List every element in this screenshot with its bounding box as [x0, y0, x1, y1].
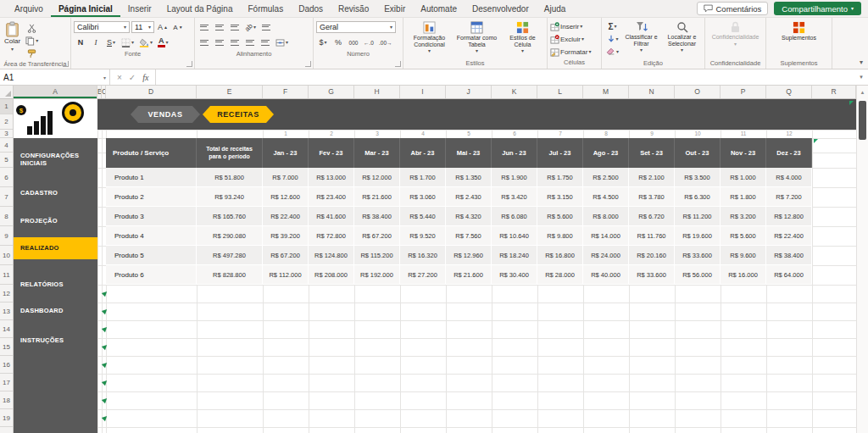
vertical-scrollbar[interactable]: ▲: [856, 86, 868, 433]
row-header-18[interactable]: 18: [0, 391, 13, 409]
month-value-cell[interactable]: R$ 9.800: [537, 226, 583, 245]
total-value-cell[interactable]: R$ 93.240: [197, 187, 263, 206]
product-name-cell[interactable]: Produto 2: [106, 187, 197, 206]
row-header-13[interactable]: 13: [0, 303, 13, 320]
month-index-11[interactable]: 11: [721, 130, 766, 138]
increase-decimal-button[interactable]: ←.0: [362, 36, 376, 48]
row-header-15[interactable]: 15: [0, 338, 13, 356]
month-value-cell[interactable]: R$ 28.000: [537, 265, 583, 284]
menu-tab-inserir[interactable]: Inserir: [120, 0, 159, 17]
month-value-cell[interactable]: R$ 5.600: [721, 226, 766, 245]
product-name-cell[interactable]: Produto 3: [106, 207, 197, 225]
enter-icon[interactable]: ✓: [129, 73, 136, 82]
menu-tab-ajuda[interactable]: Ajuda: [537, 0, 574, 17]
month-value-cell[interactable]: R$ 2.100: [629, 168, 675, 186]
month-value-cell[interactable]: R$ 16.800: [537, 246, 583, 264]
month-value-cell[interactable]: R$ 6.720: [629, 207, 675, 225]
font-dialog-launcher[interactable]: [186, 61, 192, 67]
align-top-button[interactable]: [198, 21, 211, 33]
menu-tab-arquivo[interactable]: Arquivo: [7, 0, 51, 17]
month-index-3[interactable]: 3: [354, 130, 400, 138]
month-column-header-nov-23[interactable]: Nov - 23: [721, 138, 766, 168]
conditional-formatting-button[interactable]: Formatação Condicional ▾: [406, 20, 453, 54]
decrease-decimal-button[interactable]: .00→: [377, 36, 394, 48]
month-value-cell[interactable]: R$ 3.500: [675, 168, 721, 186]
total-column-header[interactable]: Total de receitas para o período: [197, 138, 263, 168]
sidebar-item-projecao[interactable]: PROJEÇÃO: [14, 214, 97, 229]
column-header-f[interactable]: F: [263, 86, 309, 98]
paste-button[interactable]: Colar ▾: [3, 20, 22, 53]
decrease-indent-button[interactable]: [243, 36, 257, 48]
row-header-2[interactable]: 2: [0, 114, 13, 130]
month-value-cell[interactable]: R$ 40.000: [583, 265, 629, 284]
cell-styles-button[interactable]: Estilos de Célula ▾: [501, 20, 544, 54]
month-index-1[interactable]: 1: [263, 130, 309, 138]
tab-receitas[interactable]: RECEITAS: [203, 106, 274, 123]
sort-filter-button[interactable]: Classificar e Filtrar ▾: [622, 20, 660, 53]
column-header-q[interactable]: Q: [766, 86, 812, 98]
row-header-6[interactable]: 6: [0, 168, 13, 187]
column-header-k[interactable]: K: [492, 86, 537, 98]
format-painter-button[interactable]: [24, 47, 40, 59]
product-name-cell[interactable]: Produto 1: [106, 168, 197, 186]
delete-cells-button[interactable]: Excluir▾: [550, 33, 584, 45]
month-value-cell[interactable]: R$ 3.150: [537, 187, 583, 206]
month-value-cell[interactable]: R$ 14.000: [583, 226, 629, 245]
menu-tab-desenvolvedor[interactable]: Desenvolvedor: [465, 0, 537, 17]
align-left-button[interactable]: [198, 36, 211, 48]
menu-tab-formulas[interactable]: Fórmulas: [240, 0, 291, 17]
row-header-19[interactable]: 19: [0, 409, 13, 427]
month-value-cell[interactable]: R$ 7.560: [446, 226, 492, 245]
row-header-7[interactable]: 7: [0, 187, 13, 207]
column-header-p[interactable]: P: [721, 86, 766, 98]
comments-button[interactable]: Comentários: [697, 2, 769, 15]
accounting-format-button[interactable]: $▾: [316, 36, 330, 48]
row-header-8[interactable]: 8: [0, 207, 13, 226]
align-right-button[interactable]: [228, 36, 242, 48]
month-value-cell[interactable]: R$ 21.600: [446, 265, 492, 284]
share-button[interactable]: Compartilhamento ▾: [774, 2, 861, 15]
number-format-select[interactable]: Geral▾: [316, 21, 396, 33]
sidebar-item-configuracoes-iniciais[interactable]: CONFIGURAÇÕES INICIAIS: [14, 147, 97, 172]
month-value-cell[interactable]: R$ 124.800: [309, 246, 354, 264]
select-all-corner[interactable]: [0, 86, 14, 99]
month-value-cell[interactable]: R$ 64.000: [766, 265, 812, 284]
menu-tab-automate[interactable]: Automate: [413, 0, 465, 17]
row-header-16[interactable]: 16: [0, 356, 13, 374]
row-header-5[interactable]: 5: [0, 153, 13, 168]
month-value-cell[interactable]: R$ 56.000: [675, 265, 721, 284]
fill-color-button[interactable]: ▾: [137, 36, 154, 48]
underline-button[interactable]: S▾: [104, 36, 118, 48]
format-cells-button[interactable]: Formatar▾: [550, 46, 591, 58]
row-header-3[interactable]: 3: [0, 130, 13, 138]
month-value-cell[interactable]: R$ 2.500: [583, 168, 629, 186]
month-index-7[interactable]: 7: [537, 130, 583, 138]
column-header-l[interactable]: L: [537, 86, 583, 98]
row-header-1[interactable]: 1: [0, 99, 13, 114]
copy-button[interactable]: ▾: [24, 35, 40, 47]
name-box[interactable]: A1 ▾: [0, 69, 110, 85]
percent-format-button[interactable]: %: [331, 36, 345, 48]
month-value-cell[interactable]: R$ 16.320: [400, 246, 446, 264]
menu-tab-layout-da-pagina[interactable]: Layout da Página: [159, 0, 241, 17]
month-value-cell[interactable]: R$ 38.400: [766, 246, 812, 264]
month-value-cell[interactable]: R$ 30.400: [492, 265, 537, 284]
fill-button[interactable]: ▾: [604, 33, 620, 45]
menu-tab-pagina-inicial[interactable]: Página Inicial: [51, 0, 120, 17]
row-header-17[interactable]: 17: [0, 374, 13, 391]
alignment-dialog-launcher[interactable]: [305, 61, 311, 67]
month-value-cell[interactable]: R$ 72.800: [309, 226, 354, 245]
formula-input[interactable]: [156, 69, 854, 85]
align-center-button[interactable]: [213, 36, 226, 48]
column-header-a[interactable]: A: [14, 86, 97, 98]
month-value-cell[interactable]: R$ 22.400: [263, 207, 309, 225]
month-value-cell[interactable]: R$ 9.600: [721, 246, 766, 264]
month-column-header-mar-23[interactable]: Mar - 23: [354, 138, 400, 168]
column-header-h[interactable]: H: [354, 86, 400, 98]
column-header-i[interactable]: I: [400, 86, 446, 98]
tab-vendas[interactable]: VENDAS: [131, 106, 200, 123]
menu-tab-dados[interactable]: Dados: [291, 0, 331, 17]
borders-button[interactable]: ▾: [120, 36, 136, 48]
month-value-cell[interactable]: R$ 11.200: [675, 207, 721, 225]
month-value-cell[interactable]: R$ 8.000: [583, 207, 629, 225]
